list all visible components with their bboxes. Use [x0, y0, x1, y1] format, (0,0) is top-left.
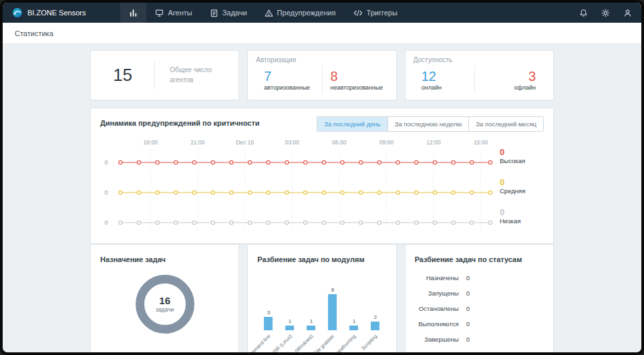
status-row: Запущены 0 — [415, 289, 544, 297]
navbar-right — [579, 9, 632, 17]
tasks-icon — [210, 9, 218, 17]
bar-value: 3 — [267, 310, 270, 316]
task-assignment-card: Назначение задач 16 задачи — [90, 244, 239, 352]
app-window: BI.ZONE Sensors Агенты Задачи — [0, 0, 644, 355]
legend-low-label: Низкая — [500, 217, 520, 225]
user-icon[interactable] — [623, 9, 632, 17]
alerts-line-chart: 18:0021:00Dec 1503:0006:0009:0012:0015:0… — [100, 138, 494, 237]
status-value: 0 — [466, 320, 470, 328]
bar-3: 1EDR (Windows) — [307, 318, 315, 330]
legend-low-count: 0 — [500, 208, 520, 217]
legend-medium-count: 0 — [500, 178, 525, 187]
nav-tasks[interactable]: Задачи — [201, 3, 256, 23]
bar-value: 1 — [289, 318, 291, 324]
total-agents-card: 15 Общее число агентов — [90, 50, 239, 100]
tab-last-day[interactable]: За последний день — [317, 116, 388, 132]
bar-chart-icon — [129, 9, 138, 17]
legend-high-count: 0 — [500, 148, 525, 157]
alerts-chart-title: Динамика предупреждений по критичности — [100, 116, 260, 127]
svg-text:21:00: 21:00 — [190, 139, 205, 146]
page-header: Статистика — [3, 23, 641, 44]
authorization-card: Авторизация 7 авторизованные 8 неавториз… — [247, 50, 396, 100]
status-label: Остановлены — [415, 305, 459, 312]
offline-label: офлайн — [483, 84, 536, 91]
svg-text:15:00: 15:00 — [474, 139, 488, 146]
bar-4: 8File grabber — [328, 287, 337, 330]
main-nav: Агенты Задачи Предупреждения Триггеры — [120, 3, 406, 23]
nav-alerts[interactable]: Предупреждения — [256, 3, 345, 23]
tab-last-month[interactable]: За последний месяц — [468, 116, 544, 132]
bar-2: 1EDR (Linux) — [285, 318, 294, 330]
svg-text:09:00: 09:00 — [379, 139, 394, 146]
assignment-total: 16 — [159, 295, 170, 306]
svg-text:0: 0 — [105, 159, 108, 166]
period-tabs: За последний день За последнюю неделю За… — [317, 116, 544, 132]
availability-card: Доступность 12 онлайн 3 офлайн — [405, 50, 554, 100]
summary-row: 15 Общее число агентов Авторизация 7 авт… — [90, 50, 554, 100]
svg-text:0: 0 — [105, 219, 108, 226]
status-value: 0 — [466, 274, 470, 281]
status-row: Завершены 0 — [415, 336, 544, 343]
offline-value: 3 — [483, 69, 536, 84]
alerts-legend: 0 Высокая 0 Средняя 0 Низкая — [494, 138, 544, 237]
status-value: 0 — [466, 336, 470, 343]
bar-value: 2 — [374, 314, 377, 320]
tab-last-week[interactable]: За последнюю неделю — [387, 116, 470, 132]
status-label: Назначены — [415, 274, 459, 281]
authorized-value: 7 — [264, 69, 321, 84]
online-stat: 12 онлайн — [414, 69, 474, 91]
nav-tasks-label: Задачи — [222, 9, 247, 17]
bizone-logo-icon — [12, 7, 23, 18]
nav-triggers[interactable]: Триггеры — [345, 3, 406, 23]
status-value: 0 — [466, 289, 470, 297]
unauthorized-label: неавторизованные — [331, 84, 388, 91]
nav-agents[interactable]: Агенты — [146, 3, 200, 23]
bar-category-label: Command line — [247, 333, 271, 352]
statuses-card: Разбиение задач по статусам Назначены 0 … — [405, 244, 554, 352]
unauthorized-stat: 8 неавторизованные — [323, 69, 388, 91]
agents-icon — [155, 9, 164, 17]
svg-text:18:00: 18:00 — [144, 139, 158, 146]
statuses-title: Разбиение задач по статусам — [415, 253, 544, 263]
bar — [264, 317, 273, 330]
nav-triggers-label: Триггеры — [367, 9, 397, 17]
bar — [285, 326, 294, 330]
legend-medium: 0 Средняя — [500, 178, 525, 195]
code-icon — [353, 9, 363, 17]
bar-1: 3Command line — [264, 310, 273, 330]
brand-name: BI.ZONE Sensors — [27, 9, 86, 17]
status-label: Выполняются — [415, 320, 459, 328]
status-value: 0 — [466, 305, 470, 312]
authorization-title: Авторизация — [256, 56, 387, 64]
modules-card: Разбиение задач по модулям 3Command line… — [247, 244, 396, 352]
bar-category-label: EDR (Linux) — [269, 333, 293, 352]
svg-text:03:00: 03:00 — [285, 139, 299, 146]
total-agents-label: Общее число агентов — [155, 66, 238, 85]
status-row: Остановлены 0 — [415, 305, 544, 312]
bar-category-label: File grabber — [313, 333, 336, 352]
legend-medium-label: Средняя — [500, 187, 525, 195]
legend-low: 0 Низкая — [500, 208, 520, 225]
bar-5: 1Threathunting — [349, 318, 358, 330]
nav-statistics[interactable] — [120, 3, 146, 23]
assignment-total-label: задачи — [156, 306, 174, 313]
bar-category-label: Scripting — [361, 333, 379, 351]
modules-bar-chart: 3Command line1EDR (Linux)1EDR (Windows)8… — [257, 278, 386, 330]
bar — [307, 326, 315, 330]
app: BI.ZONE Sensors Агенты Задачи — [3, 3, 641, 352]
status-label: Запущены — [415, 289, 459, 297]
page-title: Статистика — [15, 29, 53, 37]
gear-icon[interactable] — [601, 9, 610, 17]
svg-text:Dec 15: Dec 15 — [236, 139, 254, 146]
nav-alerts-label: Предупреждения — [277, 9, 336, 17]
offline-stat: 3 офлайн — [475, 69, 545, 91]
bar-value: 1 — [353, 318, 355, 324]
bar-value: 8 — [331, 287, 334, 293]
bell-icon[interactable] — [579, 9, 588, 17]
status-label: Завершены — [415, 336, 459, 343]
statuses-list: Назначены 0 Запущены 0 Остановлены 0 В — [415, 274, 544, 343]
assignment-title: Назначение задач — [100, 253, 229, 263]
status-row: Выполняются 0 — [415, 320, 544, 328]
brand: BI.ZONE Sensors — [12, 7, 86, 18]
svg-text:06:00: 06:00 — [332, 139, 347, 146]
